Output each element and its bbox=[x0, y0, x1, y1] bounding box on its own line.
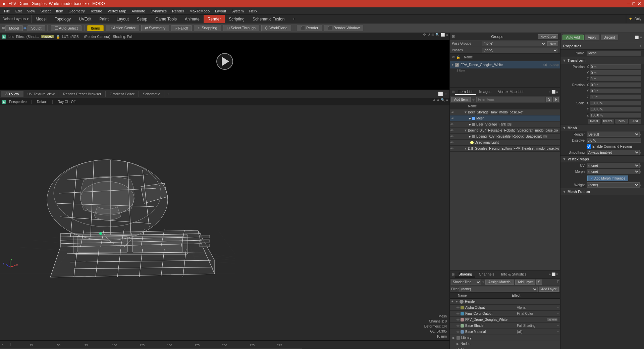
menu-maxtomodo[interactable]: MaxToModo bbox=[187, 8, 212, 14]
close-btn[interactable]: ✕ bbox=[637, 1, 641, 6]
action-center-btn[interactable]: ⊕ Action Center bbox=[106, 25, 139, 31]
render-window-btn[interactable]: ⬛ Render Window bbox=[324, 25, 363, 31]
tab-item-list[interactable]: Item List bbox=[455, 89, 476, 95]
tab-setup[interactable]: Setup bbox=[133, 15, 151, 23]
tab-vertex-map-list[interactable]: Vertex Map List bbox=[495, 89, 527, 95]
position-x-input[interactable] bbox=[590, 64, 641, 69]
shading-more-icon[interactable]: ≡ bbox=[556, 272, 558, 276]
item-row-dji-file[interactable]: 👁 ▼ DJI_Goggles_Racing_Edition_FPV_Heads… bbox=[450, 146, 560, 152]
view-select[interactable]: Shader Tree bbox=[451, 280, 481, 285]
sculpt-btn[interactable]: Sculpt bbox=[28, 25, 45, 31]
shading-expand-icon[interactable]: ⊞ bbox=[452, 272, 454, 276]
tab-schematic[interactable]: Schematic bbox=[139, 91, 164, 97]
vp-more-icon[interactable]: ≡ bbox=[446, 98, 448, 102]
tab-3d-view[interactable]: 3D View bbox=[1, 91, 23, 97]
enable-command-regions-checkbox[interactable] bbox=[587, 144, 591, 149]
add-btn[interactable]: Add bbox=[629, 119, 641, 123]
tab-paint[interactable]: Paint bbox=[95, 15, 112, 23]
shader-row-alpha[interactable]: 👁 Alpha Output Alpha ▾ bbox=[450, 305, 560, 311]
item-list-more-icon[interactable]: ≡ bbox=[556, 90, 558, 94]
tab-info-statistics[interactable]: Info & Statistics bbox=[498, 271, 530, 277]
render-btn[interactable]: ⬛ Render bbox=[297, 25, 322, 31]
symmetry-btn[interactable]: ⇄ Symmetry bbox=[141, 25, 169, 31]
discard-btn[interactable]: Discard bbox=[601, 35, 618, 40]
shader-row-lights[interactable]: ▶ Lights bbox=[450, 347, 560, 349]
new-group-btn[interactable]: New Group bbox=[538, 34, 558, 39]
filter-items-input[interactable] bbox=[476, 97, 545, 102]
menu-vertex-map[interactable]: Vertex Map bbox=[105, 8, 129, 14]
item-row-directional-light[interactable]: 👁 Directional Light bbox=[450, 140, 560, 146]
morph-select[interactable]: (none) bbox=[587, 169, 640, 174]
scale-x-input[interactable] bbox=[590, 101, 641, 105]
tab-layout[interactable]: Layout bbox=[113, 15, 133, 23]
name-input[interactable] bbox=[587, 51, 641, 56]
item-row-boeing-group[interactable]: 👁 ▸ Boeing_X37_Reusable_Robotic_Spacecra… bbox=[450, 134, 560, 140]
props-expand-icon[interactable]: ⬜ bbox=[635, 36, 639, 39]
vp-search-icon[interactable]: 🔍 bbox=[441, 98, 445, 102]
add-view-tab-btn[interactable]: + bbox=[164, 91, 172, 97]
menu-view[interactable]: View bbox=[24, 8, 38, 14]
props-settings-icon[interactable]: + bbox=[639, 44, 641, 48]
tab-add[interactable]: + bbox=[288, 15, 299, 23]
filter-s-btn[interactable]: S bbox=[546, 97, 552, 102]
tab-animate[interactable]: Animate bbox=[181, 15, 204, 23]
rotation-x-input[interactable] bbox=[590, 83, 641, 87]
menu-help[interactable]: Help bbox=[247, 8, 260, 14]
tab-uvedit[interactable]: UVEdit bbox=[75, 15, 95, 23]
viewport-expand-icon[interactable]: ⬜ bbox=[438, 92, 443, 96]
menu-system[interactable]: System bbox=[229, 8, 247, 14]
shader-row-render[interactable]: 👁 ▼ Render bbox=[450, 299, 560, 305]
add-layer-btn[interactable]: Add Layer bbox=[515, 280, 535, 285]
shader-row-fpv[interactable]: 👁 FPV_Drone_Googles_White (2) Item bbox=[450, 317, 560, 323]
tab-render[interactable]: Render bbox=[204, 15, 225, 23]
shader-row-base-material[interactable]: 👁 Base Material (all) ▾ bbox=[450, 329, 560, 335]
layout-dropdown[interactable]: Default Layouts ▾ bbox=[3, 17, 29, 21]
menu-animate[interactable]: Animate bbox=[129, 8, 148, 14]
maximize-btn[interactable]: □ bbox=[633, 1, 635, 6]
shader-row-final-color[interactable]: 👁 Final Color Output Final Color ▾ bbox=[450, 311, 560, 317]
tab-game-tools[interactable]: Game Tools bbox=[151, 15, 181, 23]
passes-select[interactable]: (none) bbox=[482, 48, 558, 53]
rotation-z-input[interactable] bbox=[590, 95, 641, 99]
scale-z-input[interactable] bbox=[590, 113, 641, 117]
shader-filter-select[interactable]: (none) bbox=[460, 287, 538, 292]
tab-gradient-editor[interactable]: Gradient Editor bbox=[106, 91, 139, 97]
weight-select[interactable]: (none) bbox=[587, 182, 640, 188]
tab-scripting[interactable]: Scripting bbox=[225, 15, 249, 23]
tab-model[interactable]: Model bbox=[32, 15, 51, 23]
tab-topology[interactable]: Topology bbox=[51, 15, 75, 23]
items-btn[interactable]: Items bbox=[87, 25, 104, 31]
rotation-y-input[interactable] bbox=[590, 89, 641, 93]
item-row-mesh[interactable]: 👁 ▸ Mesh bbox=[450, 115, 560, 121]
shader-row-nodes[interactable]: ▶ Nodes bbox=[450, 341, 560, 347]
dissolve-input[interactable] bbox=[587, 138, 641, 143]
shader-row-base-shader[interactable]: 👁 Base Shader Full Shading ▾ bbox=[450, 323, 560, 329]
menu-select[interactable]: Select bbox=[38, 8, 53, 14]
shader-add-layer-btn[interactable]: Add Layer bbox=[539, 287, 559, 292]
position-z-input[interactable] bbox=[590, 77, 641, 81]
menu-dynamics[interactable]: Dynamics bbox=[148, 8, 169, 14]
viewport-more-icon[interactable]: ≡ bbox=[444, 92, 447, 96]
zero-btn[interactable]: Zero bbox=[615, 119, 628, 123]
snapping-btn[interactable]: ⊙ Snapping bbox=[194, 25, 221, 31]
3d-viewport[interactable]: L Perspective | Default | Ray GL: Off ⚙ … bbox=[0, 98, 449, 340]
tab-schematic-fusion[interactable]: Schematic Fusion bbox=[249, 15, 288, 23]
auto-add-btn[interactable]: Auto Add bbox=[562, 35, 584, 40]
tab-images[interactable]: Images bbox=[476, 89, 495, 95]
item-row-beer-storage-group[interactable]: 👁 ▸ Beer_Storage_Tank (2) bbox=[450, 121, 560, 128]
props-more-icon[interactable]: ≡ bbox=[640, 36, 642, 39]
smoothing-select[interactable]: Always Enabled bbox=[587, 150, 640, 155]
menu-render[interactable]: Render bbox=[169, 8, 187, 14]
filter-f-btn[interactable]: F bbox=[553, 97, 559, 102]
menu-layout[interactable]: Layout bbox=[212, 8, 229, 14]
tab-channels[interactable]: Channels bbox=[475, 271, 497, 277]
groups-expand-icon[interactable]: ⊞ bbox=[452, 34, 455, 39]
add-item-btn[interactable]: Add Item bbox=[451, 97, 471, 102]
add-morph-influence-btn[interactable]: ✓ Add Morph Influence bbox=[587, 176, 628, 181]
new-pass-group-btn[interactable]: New bbox=[547, 41, 558, 46]
assign-material-btn[interactable]: Assign Material bbox=[485, 280, 514, 285]
shading-add-icon[interactable]: + bbox=[549, 272, 551, 276]
scale-y-input[interactable] bbox=[590, 107, 641, 111]
freeze-btn[interactable]: Freeze bbox=[602, 119, 614, 123]
select-through-btn[interactable]: ⊡ Select Through bbox=[223, 25, 259, 31]
